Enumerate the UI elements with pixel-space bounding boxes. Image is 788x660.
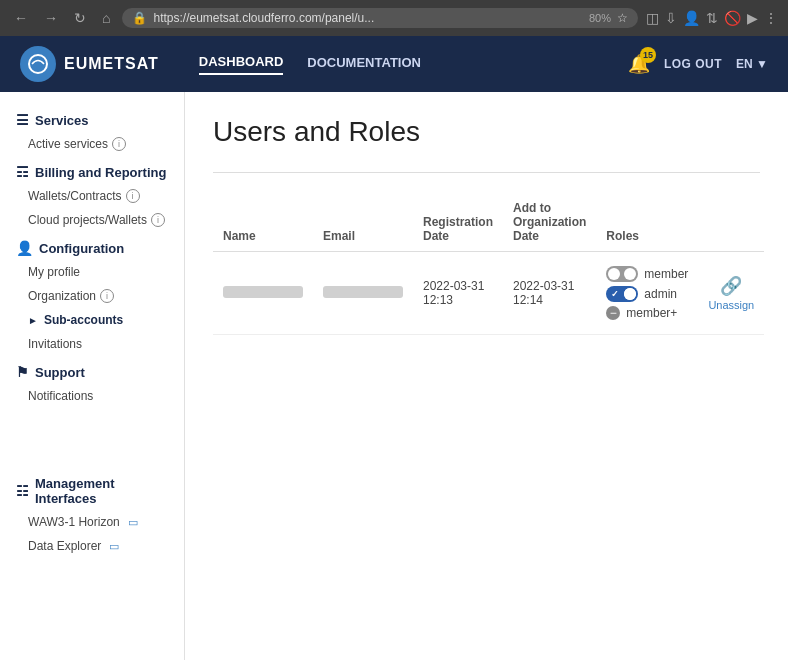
page-title: Users and Roles <box>213 116 760 148</box>
url-text: https://eumetsat.cloudferro.com/panel/u.… <box>153 11 583 25</box>
sidebar-section-services[interactable]: ☰ Services <box>0 104 184 132</box>
sidebar-section-management[interactable]: ☷ Management Interfaces <box>0 468 184 510</box>
cloud-projects-info-icon[interactable]: i <box>151 213 165 227</box>
sidebar-item-invitations[interactable]: Invitations <box>0 332 184 356</box>
member-toggle[interactable] <box>606 266 638 282</box>
cell-reg-date: 2022-03-31 12:13 <box>413 252 503 335</box>
col-action <box>698 193 764 252</box>
back-button[interactable]: ← <box>10 8 32 28</box>
sidebar-item-data-explorer[interactable]: Data Explorer ▭ <box>0 534 184 558</box>
profile-icon: 👤 <box>683 10 700 26</box>
col-name: Name <box>213 193 313 252</box>
svg-point-0 <box>29 55 47 73</box>
sidebar-item-organization[interactable]: Organization i <box>0 284 184 308</box>
col-org-date: Add to Organization Date <box>503 193 596 252</box>
home-button[interactable]: ⌂ <box>98 8 114 28</box>
col-email: Email <box>313 193 413 252</box>
page-content: Users and Roles Name Email Registration … <box>185 92 788 660</box>
email-blurred <box>323 286 403 298</box>
role-admin-row: ✓ admin <box>606 286 688 302</box>
sidebar-section-support[interactable]: ⚑ Support <box>0 356 184 384</box>
member-label: member <box>644 267 688 281</box>
role-member-row: member <box>606 266 688 282</box>
logo-icon <box>20 46 56 82</box>
cell-name <box>213 252 313 335</box>
sidebar-item-waw3[interactable]: WAW3-1 Horizon ▭ <box>0 510 184 534</box>
cell-action: 🔗 Unassign <box>698 252 764 335</box>
ublock-icon: 🚫 <box>724 10 741 26</box>
notification-badge: 15 <box>640 47 656 63</box>
waw3-external-icon: ▭ <box>128 516 138 529</box>
col-roles: Roles <box>596 193 698 252</box>
dashboard-nav-link[interactable]: DASHBOARD <box>199 54 284 75</box>
data-explorer-external-icon: ▭ <box>109 540 119 553</box>
table-header-row: Name Email Registration Date Add to Orga… <box>213 193 764 252</box>
sync-icon: ⇅ <box>706 10 718 26</box>
extensions-icon: ◫ <box>646 10 659 26</box>
table-row: 2022-03-31 12:13 2022-03-31 12:14 member <box>213 252 764 335</box>
wallets-info-icon[interactable]: i <box>126 189 140 203</box>
documentation-nav-link[interactable]: DOCUMENTATION <box>307 55 421 74</box>
services-icon: ☰ <box>16 112 29 128</box>
billing-icon: ☶ <box>16 164 29 180</box>
organization-info-icon[interactable]: i <box>100 289 114 303</box>
media-icon: ▶ <box>747 10 758 26</box>
users-table: Name Email Registration Date Add to Orga… <box>213 193 764 335</box>
bookmark-icon: ☆ <box>617 11 628 25</box>
top-nav: EUMETSAT DASHBOARD DOCUMENTATION 🔔 15 LO… <box>0 36 788 92</box>
sidebar-item-cloud-projects[interactable]: Cloud projects/Wallets i <box>0 208 184 232</box>
name-blurred <box>223 286 303 298</box>
unassign-icon: 🔗 <box>720 275 742 297</box>
title-divider <box>213 172 760 173</box>
sidebar-item-sub-accounts[interactable]: ► Sub-accounts <box>0 308 184 332</box>
cell-email <box>313 252 413 335</box>
logo: EUMETSAT <box>20 46 159 82</box>
sidebar-item-notifications[interactable]: Notifications <box>0 384 184 408</box>
admin-label: admin <box>644 287 677 301</box>
configuration-icon: 👤 <box>16 240 33 256</box>
sidebar-item-wallets[interactable]: Wallets/Contracts i <box>0 184 184 208</box>
address-bar[interactable]: 🔒 https://eumetsat.cloudferro.com/panel/… <box>122 8 638 28</box>
menu-icon: ⋮ <box>764 10 778 26</box>
admin-toggle[interactable]: ✓ <box>606 286 638 302</box>
logo-text: EUMETSAT <box>64 55 159 73</box>
support-icon: ⚑ <box>16 364 29 380</box>
cell-org-date: 2022-03-31 12:14 <box>503 252 596 335</box>
sidebar-section-configuration[interactable]: 👤 Configuration <box>0 232 184 260</box>
role-memberplus-row: − member+ <box>606 306 688 320</box>
logout-button[interactable]: LOG OUT <box>664 57 722 71</box>
zoom-level: 80% <box>589 12 611 24</box>
roles-cell: member ✓ admin − <box>606 266 688 320</box>
management-icon: ☷ <box>16 483 29 499</box>
notification-button[interactable]: 🔔 15 <box>628 53 650 75</box>
reload-button[interactable]: ↻ <box>70 8 90 28</box>
active-services-info-icon[interactable]: i <box>112 137 126 151</box>
download-icon: ⇩ <box>665 10 677 26</box>
sidebar-item-my-profile[interactable]: My profile <box>0 260 184 284</box>
memberplus-label: member+ <box>626 306 677 320</box>
sidebar-item-active-services[interactable]: Active services i <box>0 132 184 156</box>
sidebar-section-billing[interactable]: ☶ Billing and Reporting <box>0 156 184 184</box>
memberplus-toggle[interactable]: − <box>606 306 620 320</box>
unassign-button[interactable]: 🔗 Unassign <box>708 275 754 311</box>
language-selector[interactable]: EN ▼ <box>736 57 768 71</box>
forward-button[interactable]: → <box>40 8 62 28</box>
lock-icon: 🔒 <box>132 11 147 25</box>
sidebar: ☰ Services Active services i ☶ Billing a… <box>0 92 185 660</box>
col-reg-date: Registration Date <box>413 193 503 252</box>
cell-roles: member ✓ admin − <box>596 252 698 335</box>
